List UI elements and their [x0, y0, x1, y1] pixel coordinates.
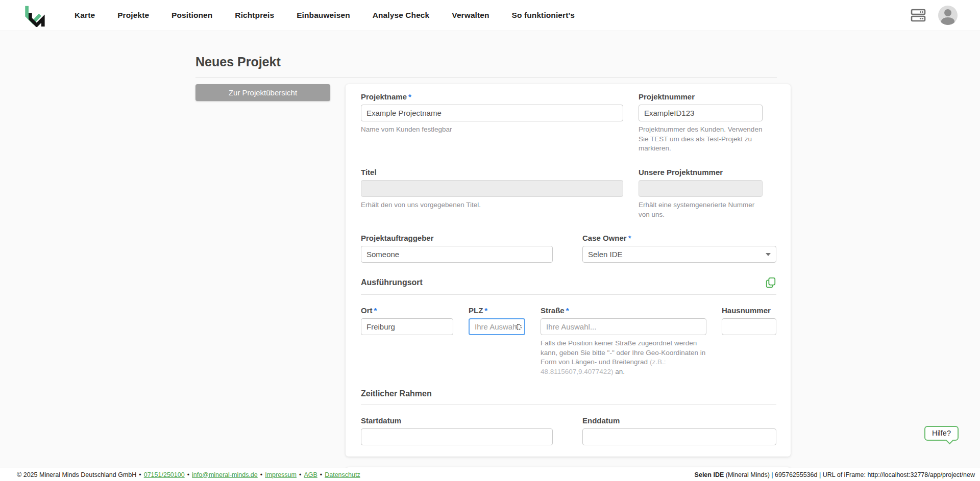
speech-bubble-tail: [946, 437, 954, 445]
field-case-owner: Case Owner* Selen IDE: [582, 234, 776, 263]
strasse-helper: Falls die Position keiner Straße zugeord…: [541, 339, 706, 377]
footer-user-label: Selen IDE: [695, 471, 724, 478]
field-enddatum: Enddatum: [582, 416, 776, 445]
mineral-minds-logo: [22, 4, 46, 27]
projektauftraggeber-label: Projektauftraggeber: [361, 234, 553, 242]
new-project-form-card: Projektname* Name vom Kunden festlegbar …: [346, 84, 791, 457]
copyright-text: © 2025 Mineral Minds Deutschland GmbH: [17, 471, 136, 478]
nav-item-positionen[interactable]: Positionen: [172, 11, 212, 20]
nav-item-richtpreis[interactable]: Richtpreis: [235, 11, 274, 20]
projektnummer-label: Projektnummer: [639, 92, 763, 101]
projektname-input[interactable]: [361, 105, 623, 121]
unsere-projektnummer-helper: Erhält eine systemgenerierte Nummer von …: [639, 200, 763, 219]
required-mark: *: [408, 92, 411, 101]
startdatum-label: Startdatum: [361, 416, 553, 425]
field-startdatum: Startdatum: [361, 416, 553, 445]
projektauftraggeber-input[interactable]: [361, 246, 553, 263]
section-divider: [361, 294, 776, 295]
avatar-body-icon: [941, 17, 954, 25]
footer-iframe-url: (Mineral Minds) | 69576255536d | URL of …: [724, 471, 975, 478]
footer-link-impressum[interactable]: Impressum: [265, 471, 297, 478]
field-projektauftraggeber: Projektauftraggeber: [361, 234, 553, 263]
hausnummer-label: Hausnummer: [722, 306, 776, 315]
nav-item-karte[interactable]: Karte: [75, 11, 95, 20]
footer-session-info: Selen IDE (Mineral Minds) | 69576255536d…: [695, 471, 975, 478]
field-ort: Ort*: [361, 306, 453, 377]
projektnummer-helper: Projektnummer des Kunden. Verwenden Sie …: [639, 125, 763, 154]
projektname-label: Projektname*: [361, 92, 623, 101]
hausnummer-input[interactable]: [722, 318, 776, 335]
user-avatar[interactable]: [938, 6, 958, 25]
footer: © 2025 Mineral Minds Deutschland GmbH•07…: [0, 468, 980, 481]
projektname-helper: Name vom Kunden festlegbar: [361, 125, 623, 135]
titel-input: [361, 180, 623, 197]
field-strasse: Straße* Falls die Position keiner Straße…: [541, 306, 706, 377]
field-titel: Titel Erhält den von uns vorgegebenen Ti…: [361, 168, 623, 219]
required-mark: *: [628, 234, 631, 242]
unsere-projektnummer-label: Unsere Projektnummer: [639, 168, 763, 176]
field-projektnummer: Projektnummer Projektnummer des Kunden. …: [639, 92, 763, 154]
strasse-input[interactable]: [541, 318, 706, 335]
field-hausnummer: Hausnummer: [722, 306, 776, 377]
footer-link-phone[interactable]: 07151/250100: [144, 471, 185, 478]
required-mark: *: [374, 306, 377, 315]
plz-label: PLZ*: [469, 306, 525, 315]
nav-item-einbauweisen[interactable]: Einbauweisen: [297, 11, 350, 20]
field-projektname: Projektname* Name vom Kunden festlegbar: [361, 92, 623, 154]
help-button[interactable]: Hilfe?: [924, 426, 959, 441]
field-plz: PLZ*: [469, 306, 525, 377]
nav-item-projekte[interactable]: Projekte: [117, 11, 149, 20]
loading-spinner-icon: [516, 324, 522, 330]
case-owner-label: Case Owner*: [582, 234, 776, 242]
ort-label: Ort*: [361, 306, 453, 315]
field-unsere-projektnummer: Unsere Projektnummer Erhält eine systemg…: [639, 168, 763, 219]
help-button-label: Hilfe?: [932, 429, 951, 437]
footer-link-agb[interactable]: AGB: [304, 471, 317, 478]
section-divider: [361, 404, 776, 405]
nav-item-verwalten[interactable]: Verwalten: [452, 11, 489, 20]
required-mark: *: [566, 306, 569, 315]
enddatum-label: Enddatum: [582, 416, 776, 425]
page-title: Neues Projekt: [195, 55, 777, 78]
case-owner-value: Selen IDE: [588, 250, 623, 259]
case-owner-select[interactable]: Selen IDE: [582, 246, 776, 263]
project-overview-button[interactable]: Zur Projektübersicht: [195, 84, 330, 101]
ort-input[interactable]: [361, 318, 453, 335]
nav-item-analyse-check[interactable]: Analyse Check: [373, 11, 430, 20]
titel-label: Titel: [361, 168, 623, 176]
section-title-zeitlicher-rahmen: Zeitlicher Rahmen: [361, 389, 432, 398]
nav-item-so-funktionierts[interactable]: So funktioniert's: [512, 11, 575, 20]
server-rack-icon[interactable]: [910, 7, 927, 24]
section-title-ausfuehrungsort: Ausführungsort: [361, 278, 423, 287]
footer-link-email[interactable]: info@mineral-minds.de: [192, 471, 258, 478]
footer-link-datenschutz[interactable]: Datenschutz: [325, 471, 360, 478]
unsere-projektnummer-input: [639, 180, 763, 197]
copy-icon[interactable]: [765, 277, 776, 288]
page-content: Neues Projekt Zur Projektübersicht Proje…: [195, 55, 777, 481]
chevron-down-icon: [766, 253, 771, 256]
footer-legal: © 2025 Mineral Minds Deutschland GmbH•07…: [17, 471, 360, 478]
avatar-head-icon: [944, 9, 951, 16]
projektnummer-input[interactable]: [639, 105, 763, 121]
strasse-label: Straße*: [541, 306, 706, 315]
main-menu: Karte Projekte Positionen Richtpreis Ein…: [75, 11, 575, 20]
startdatum-input[interactable]: [361, 428, 553, 445]
titel-helper: Erhält den von uns vorgegebenen Titel.: [361, 200, 623, 210]
enddatum-input[interactable]: [582, 428, 776, 445]
required-mark: *: [484, 306, 487, 315]
top-navigation: Karte Projekte Positionen Richtpreis Ein…: [0, 0, 980, 31]
